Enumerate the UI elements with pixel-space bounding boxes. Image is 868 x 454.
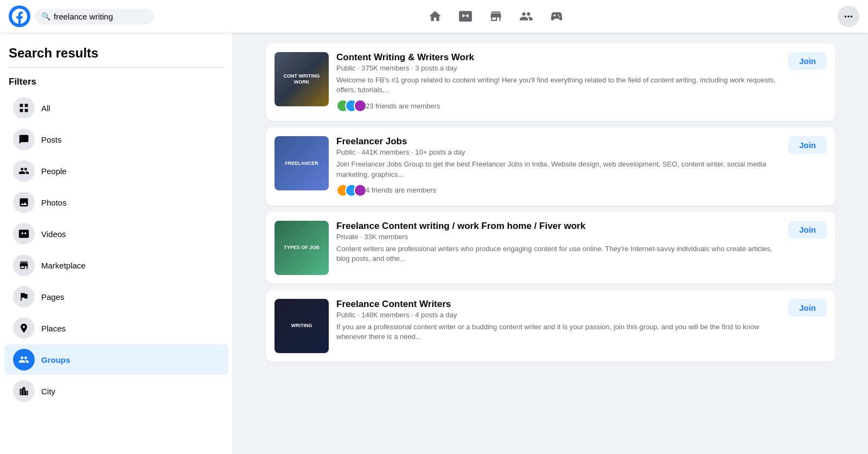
friend-avatars <box>336 99 362 112</box>
result-card: writing Freelance Content Writers Public… <box>266 290 835 362</box>
card-description: Content writers are professional writers… <box>336 244 781 264</box>
flag-icon <box>13 286 35 308</box>
card-meta: Public · 148K members · 4 posts a day <box>336 311 781 319</box>
filter-label-people: People <box>41 167 67 176</box>
facebook-icon <box>12 9 27 24</box>
join-button[interactable]: Join <box>788 52 827 70</box>
friends-count-label: 4 friends are members <box>366 186 436 194</box>
card-description: Welcome to FB's #1 group related to cont… <box>336 75 781 95</box>
filters-label: Filters <box>0 74 233 92</box>
nav-left: 🔍 <box>9 5 154 27</box>
groups-icon-svg <box>18 354 29 365</box>
sidebar-divider <box>9 67 224 68</box>
home-icon <box>428 9 442 23</box>
top-navigation: 🔍 ··· <box>0 0 868 33</box>
grid-icon <box>13 97 35 119</box>
main-content: CONT WRITING WORK Content Writing & Writ… <box>233 33 868 454</box>
card-meta: Public · 375K members · 3 posts a day <box>336 64 781 72</box>
store-icon <box>13 254 35 276</box>
sidebar-item-people[interactable]: People <box>4 156 228 186</box>
marketplace-nav-button[interactable] <box>483 3 509 29</box>
search-bar[interactable]: 🔍 <box>35 9 154 24</box>
result-card: CONT WRITING WORK Content Writing & Writ… <box>266 43 835 121</box>
store-icon-svg <box>18 260 29 271</box>
flag-icon-svg <box>18 291 29 302</box>
people-icon <box>13 160 35 182</box>
sidebar-item-pages[interactable]: Pages <box>4 282 228 312</box>
friend-avatars <box>336 184 362 197</box>
thumb-text: CONT WRITING WORK <box>275 71 329 87</box>
card-description: Join Freelancer Jobs Group to get the be… <box>336 159 781 179</box>
results-list: CONT WRITING WORK Content Writing & Writ… <box>266 43 835 362</box>
card-meta: Public · 441K members · 10+ posts a day <box>336 148 781 156</box>
groups-icon <box>519 9 533 23</box>
city-icon-svg <box>18 386 29 397</box>
card-meta: Private · 33K members <box>336 233 781 241</box>
card-title: Freelance Content Writers <box>336 299 781 310</box>
sidebar: Search results Filters All Posts People … <box>0 33 233 454</box>
comment-icon <box>13 129 35 150</box>
more-options-button[interactable]: ··· <box>838 5 859 27</box>
join-button[interactable]: Join <box>788 221 827 239</box>
card-info: Content Writing & Writers Work Public · … <box>336 52 781 112</box>
groups-nav-button[interactable] <box>513 3 539 29</box>
filter-label-places: Places <box>41 324 66 333</box>
sidebar-item-photos[interactable]: Photos <box>4 187 228 218</box>
sidebar-item-places[interactable]: Places <box>4 313 228 343</box>
photo-icon-svg <box>18 197 29 208</box>
thumb-text: types of job <box>282 242 322 253</box>
facebook-logo[interactable] <box>9 5 30 27</box>
play-icon <box>458 9 473 23</box>
friend-avatar <box>354 184 367 197</box>
sidebar-item-posts[interactable]: Posts <box>4 124 228 155</box>
page-title: Search results <box>0 41 233 67</box>
filter-label-videos: Videos <box>41 229 66 239</box>
store-icon <box>489 9 503 23</box>
card-action: Join <box>788 136 827 154</box>
join-button[interactable]: Join <box>788 299 827 317</box>
filter-label-pages: Pages <box>41 292 65 302</box>
filter-label-all: All <box>41 104 50 113</box>
sidebar-item-marketplace[interactable]: Marketplace <box>4 250 228 280</box>
nav-center <box>154 3 838 29</box>
sidebar-item-all[interactable]: All <box>4 93 228 123</box>
photo-icon <box>13 191 35 213</box>
groups-icon <box>13 349 35 370</box>
group-thumbnail: types of job <box>275 221 329 275</box>
thumb-text: FREELANCER <box>283 158 321 169</box>
filter-list: All Posts People Photos Videos Marketpla… <box>0 93 233 406</box>
card-title: Freelancer Jobs <box>336 136 781 147</box>
join-button[interactable]: Join <box>788 136 827 154</box>
thumb-text: writing <box>289 321 315 331</box>
card-action: Join <box>788 299 827 317</box>
filter-label-city: City <box>41 387 55 396</box>
filter-label-marketplace: Marketplace <box>41 261 86 270</box>
sidebar-item-city[interactable]: City <box>4 376 228 406</box>
gaming-nav-button[interactable] <box>544 3 570 29</box>
filter-label-posts: Posts <box>41 135 62 144</box>
card-friends: 23 friends are members <box>336 99 781 112</box>
watch-nav-button[interactable] <box>452 3 478 29</box>
nav-right: ··· <box>838 5 859 27</box>
search-input[interactable] <box>54 12 148 21</box>
sidebar-item-groups[interactable]: Groups <box>4 344 228 375</box>
sidebar-item-videos[interactable]: Videos <box>4 219 228 249</box>
card-action: Join <box>788 52 827 70</box>
location-icon-svg <box>18 323 29 334</box>
card-info: Freelance Content Writers Public · 148K … <box>336 299 781 346</box>
filter-label-photos: Photos <box>41 198 67 207</box>
friends-count-label: 23 friends are members <box>366 102 440 110</box>
group-thumbnail: FREELANCER <box>275 136 329 190</box>
filter-label-groups: Groups <box>41 355 70 365</box>
city-icon <box>13 380 35 402</box>
group-thumbnail: CONT WRITING WORK <box>275 52 329 106</box>
home-nav-button[interactable] <box>422 3 448 29</box>
friend-avatar <box>354 99 367 112</box>
video-icon-svg <box>18 228 29 239</box>
grid-icon-svg <box>18 103 29 113</box>
comment-icon-svg <box>18 134 29 145</box>
result-card: types of job Freelance Content writing /… <box>266 212 835 284</box>
result-card: FREELANCER Freelancer Jobs Public · 441K… <box>266 127 835 205</box>
card-action: Join <box>788 221 827 239</box>
card-title: Freelance Content writing / work From ho… <box>336 221 781 232</box>
